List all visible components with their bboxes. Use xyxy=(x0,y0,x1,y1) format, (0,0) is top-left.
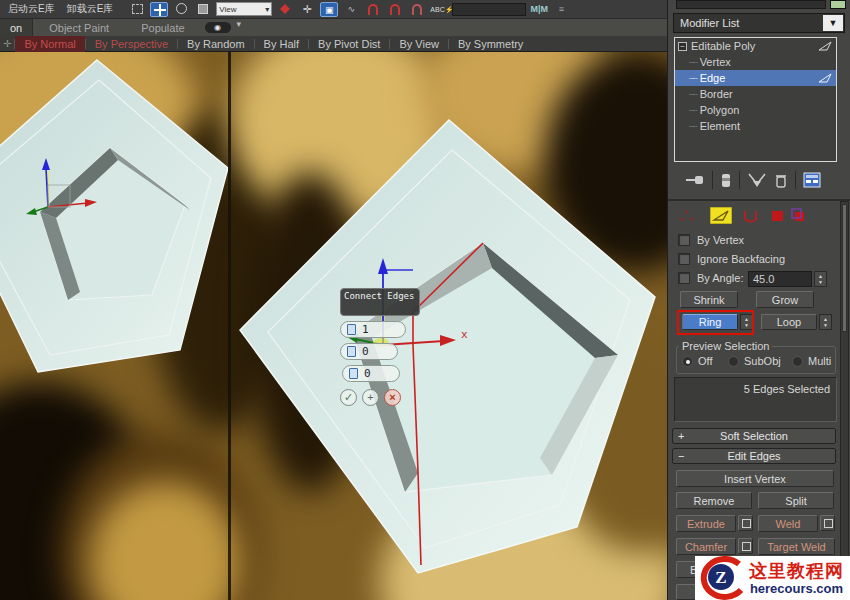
extrude-settings-icon[interactable] xyxy=(738,515,753,531)
collapse-icon[interactable]: − xyxy=(678,42,687,51)
viewport-divider[interactable] xyxy=(228,52,231,600)
by-symmetry-button[interactable]: By Symmetry xyxy=(449,36,532,52)
mirror-m-icon[interactable]: M|M xyxy=(530,2,548,17)
watermark-logo-icon: Z xyxy=(695,556,747,600)
loop-button[interactable]: Loop xyxy=(761,314,817,330)
element-subobject-icon[interactable] xyxy=(790,207,807,224)
select-and-move-icon[interactable] xyxy=(150,2,168,17)
reference-coordinate-combo[interactable]: View▾ xyxy=(216,2,272,16)
angle-snap-icon[interactable] xyxy=(386,2,404,17)
stack-row-editable-poly[interactable]: − Editable Poly xyxy=(675,38,836,54)
left-pentagon-object xyxy=(0,60,228,372)
loop-spinner[interactable]: ▲▼ xyxy=(819,314,832,330)
panel-scrollbar[interactable] xyxy=(840,201,849,600)
caddy-title[interactable]: Connect Edges xyxy=(340,288,420,316)
watermark-site-url[interactable]: herecours.com xyxy=(750,581,843,596)
by-half-button[interactable]: By Half xyxy=(255,36,308,52)
stack-row-element[interactable]: ┈┈Element xyxy=(675,118,836,134)
by-perspective-button[interactable]: By Perspective xyxy=(86,36,177,52)
make-unique-icon[interactable] xyxy=(747,172,767,188)
keyboard-shortcut-override-icon[interactable]: ABC⚡ xyxy=(430,2,448,17)
stack-row-edge[interactable]: ┈┈Edge xyxy=(675,70,836,86)
align-icon[interactable]: ✛ xyxy=(298,2,316,17)
ribbon-caret-icon[interactable]: ▾ xyxy=(237,19,242,36)
tab-selection-partial[interactable]: on xyxy=(0,19,33,36)
soft-selection-rollout-header[interactable]: + Soft Selection xyxy=(672,428,836,444)
polygon-subobject-icon[interactable] xyxy=(769,207,786,224)
slide-field[interactable]: 0 xyxy=(342,365,400,382)
weld-settings-icon[interactable] xyxy=(820,515,835,531)
target-weld-button[interactable]: Target Weld xyxy=(758,538,835,555)
mirror-icon[interactable] xyxy=(276,2,294,17)
grow-button[interactable]: Grow xyxy=(756,291,814,308)
configure-modifier-sets-icon[interactable] xyxy=(803,172,821,188)
vertex-subobject-icon[interactable] xyxy=(678,207,695,224)
modifier-list-arrow-icon[interactable]: ▼ xyxy=(823,15,843,31)
stack-row-polygon[interactable]: ┈┈Polygon xyxy=(675,102,836,118)
border-subobject-icon[interactable] xyxy=(742,207,759,224)
object-name-field[interactable] xyxy=(676,0,826,9)
named-selection-set-combo[interactable] xyxy=(452,3,526,16)
by-normal-button[interactable]: By Normal xyxy=(15,36,84,52)
ribbon-minimize-icon[interactable]: ◉ xyxy=(205,22,231,33)
caddy-ok-icon[interactable]: ✓ xyxy=(340,389,357,406)
angle-spinner[interactable]: ▲▼ xyxy=(814,271,827,287)
chamfer-settings-icon[interactable] xyxy=(738,538,753,554)
edge-subobject-icon-active[interactable] xyxy=(710,207,732,224)
expand-icon[interactable]: + xyxy=(678,430,684,442)
chamfer-button[interactable]: Chamfer xyxy=(676,538,736,555)
caddy-apply-icon[interactable]: + xyxy=(362,389,379,406)
align-lines-icon[interactable]: ≡ xyxy=(552,2,570,17)
weld-button[interactable]: Weld xyxy=(758,515,818,532)
select-and-rotate-icon[interactable] xyxy=(172,2,190,17)
show-end-result-icon[interactable] xyxy=(720,172,732,189)
modifier-list-dropdown[interactable]: Modifier List ▼ xyxy=(673,13,845,33)
ignore-backfacing-checkbox[interactable] xyxy=(678,253,690,265)
by-vertex-checkbox[interactable] xyxy=(678,234,690,246)
preview-off-radio[interactable] xyxy=(682,356,693,367)
tab-object-paint[interactable]: Object Paint xyxy=(33,19,125,36)
edit-edges-rollout-header[interactable]: − Edit Edges xyxy=(672,448,836,464)
shrink-button[interactable]: Shrink xyxy=(680,291,738,308)
ribbon-selection-tools: ✛ By Normal By Perspective By Random By … xyxy=(0,36,667,52)
snap-toggle-icon[interactable] xyxy=(364,2,382,17)
caddy-cancel-icon[interactable]: × xyxy=(384,389,401,406)
by-angle-label: By Angle: xyxy=(697,272,743,284)
insert-vertex-button[interactable]: Insert Vertex xyxy=(676,470,834,487)
pinch-field[interactable]: 0 xyxy=(340,343,398,360)
preview-subobj-radio[interactable] xyxy=(728,356,739,367)
collapse-icon[interactable]: − xyxy=(678,450,684,462)
extrude-button[interactable]: Extrude xyxy=(676,515,736,532)
ribbon-overflow-icon[interactable]: ✛ xyxy=(0,38,14,49)
split-button[interactable]: Split xyxy=(758,492,834,509)
select-and-scale-icon[interactable] xyxy=(194,2,212,17)
uninstall-cloud-button[interactable]: 卸载云E库 xyxy=(63,2,118,16)
by-view-button[interactable]: By View xyxy=(390,36,448,52)
stack-label: Edge xyxy=(700,72,726,84)
viewport-area[interactable]: x Connect Edges 1 0 0 ✓ xyxy=(0,52,667,600)
curve-editor-icon[interactable]: ∿ xyxy=(342,2,360,17)
segments-field[interactable]: 1 xyxy=(340,321,406,338)
preview-multi-label: Multi xyxy=(808,355,831,367)
angle-value-field[interactable]: 45.0 xyxy=(748,271,812,287)
selection-status-text: 5 Edges Selected xyxy=(744,383,830,395)
preview-multi-radio[interactable] xyxy=(792,356,803,367)
by-angle-checkbox[interactable] xyxy=(678,272,690,284)
launch-cloud-button[interactable]: 启动云E库 xyxy=(4,2,59,16)
remove-button[interactable]: Remove xyxy=(676,492,752,509)
stack-row-border[interactable]: ┈┈Border xyxy=(675,86,836,102)
ribbon-tab-bar: on Object Paint Populate ◉ ▾ xyxy=(0,19,667,36)
remove-modifier-icon[interactable] xyxy=(774,172,788,189)
tab-populate[interactable]: Populate xyxy=(125,19,200,36)
by-pivot-dist-button[interactable]: By Pivot Dist xyxy=(309,36,389,52)
layer-manager-icon[interactable]: ▣ xyxy=(320,2,338,17)
scrollbar-thumb[interactable] xyxy=(842,204,847,332)
pin-stack-icon[interactable] xyxy=(685,172,705,188)
object-color-swatch[interactable] xyxy=(830,0,846,9)
subobject-arrow-icon xyxy=(818,73,832,83)
right-pentagon-object xyxy=(240,120,655,573)
stack-row-vertex[interactable]: ┈┈Vertex xyxy=(675,54,836,70)
rectangular-selection-icon[interactable] xyxy=(128,2,146,17)
percent-snap-icon[interactable] xyxy=(408,2,426,17)
by-random-button[interactable]: By Random xyxy=(178,36,253,52)
